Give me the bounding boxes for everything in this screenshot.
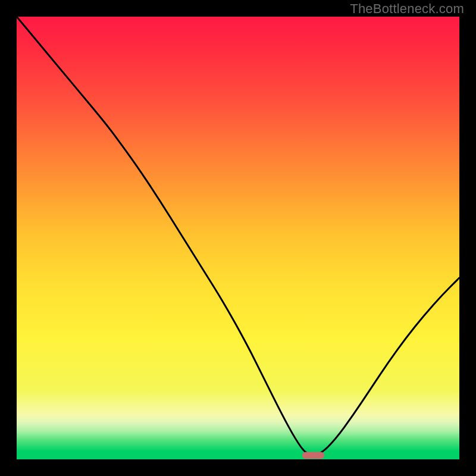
chart-floor-strip [17, 451, 459, 459]
chart-gradient-background [17, 17, 459, 451]
chart-svg [17, 17, 459, 459]
optimum-marker [302, 452, 324, 459]
app-frame: TheBottleneck.com [0, 0, 476, 476]
watermark-text: TheBottleneck.com [350, 1, 464, 17]
bottleneck-chart [17, 17, 459, 459]
